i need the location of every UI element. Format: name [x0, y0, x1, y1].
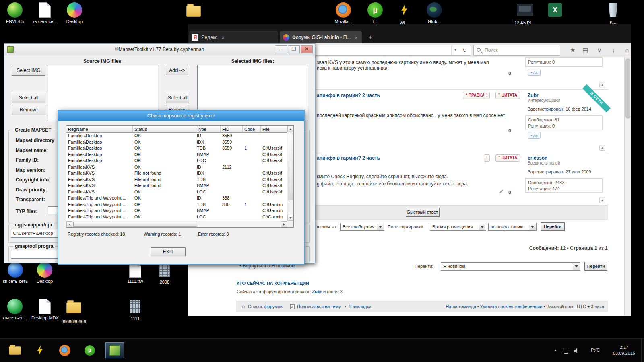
mapsettoolkit-titlebar[interactable]: ©MapsetToolkit v1.77 Beta by cypherman –…	[4, 44, 315, 55]
taskbar-utorrent-button[interactable]: µ	[80, 342, 99, 358]
who-user-link[interactable]: Zubr	[312, 289, 322, 294]
table-row[interactable]: Families\Trip and Waypoint ...OKBMAPC:\G…	[66, 208, 287, 214]
scrollbar-thumb[interactable]	[625, 58, 630, 119]
scroll-right-icon[interactable]	[281, 221, 287, 227]
column-header[interactable]: File	[261, 126, 287, 133]
column-header[interactable]: FID	[221, 126, 243, 133]
scroll-up-icon[interactable]	[287, 126, 293, 132]
desktop-icon-desktop-mid[interactable]: Desktop	[31, 262, 58, 284]
volume-icon[interactable]	[574, 348, 579, 353]
desktop-icon-envi[interactable]: ENVI 4.5	[2, 2, 28, 24]
clock[interactable]: 2:17 03.09.2015	[613, 344, 635, 356]
column-header[interactable]: Status	[133, 126, 195, 133]
scroll-down-icon[interactable]	[287, 215, 293, 221]
desktop-icon-mdx[interactable]: Desktop.MDX	[31, 299, 58, 320]
vertical-scroll-thumb[interactable]	[288, 133, 293, 200]
desktop-icon-utorrent[interactable]: µ T...	[362, 2, 388, 24]
home-icon[interactable]: ⌂	[622, 46, 632, 55]
quick-reply-button[interactable]: Быстрый ответ	[406, 208, 440, 217]
jump-select[interactable]: Я новичок!	[441, 262, 580, 271]
desktop-icon-kv-set-2[interactable]: кв-сеть-сеть	[2, 262, 29, 284]
desktop-icon-2008[interactable]: 2008	[151, 262, 178, 284]
desktop-icon-recycle-bin[interactable]: K...	[600, 2, 626, 25]
remove-source-button[interactable]: Remove	[12, 105, 45, 115]
post2-report-button[interactable]: !	[484, 92, 490, 99]
taskbar-winamp-button[interactable]	[31, 342, 49, 358]
sort-display-select[interactable]: Все сообщения	[340, 223, 384, 231]
maximize-button[interactable]: ❐	[288, 45, 300, 53]
post1-pm-button[interactable]: ●лс	[528, 69, 541, 76]
taskbar-firefox-button[interactable]	[56, 342, 74, 358]
table-row[interactable]: Families\KVSFile not foundIDXC:\Users\f	[66, 170, 287, 177]
table-row[interactable]: Families\DesktopOKBMAPC:\Users\f	[66, 152, 287, 158]
page-scrollbar[interactable]	[624, 57, 631, 316]
table-row[interactable]: Families\KVSOKLOCC:\Users\f	[66, 189, 287, 195]
desktop-icon-image[interactable]: 12 Ab Pi...	[511, 2, 538, 25]
sort-field-select[interactable]: Время размещения	[430, 223, 486, 231]
column-header[interactable]: Code	[243, 126, 261, 133]
table-row[interactable]: Families\Trip and Waypoint ...OKID338	[66, 195, 287, 202]
footer-cookies-link[interactable]: Удалить cookies конференции	[480, 304, 543, 309]
table-row[interactable]: Families\KVSFile not foundTDBC:\Users\f	[66, 177, 287, 183]
taskbar-mapsettoolkit-button[interactable]	[105, 342, 124, 358]
column-header[interactable]: Type	[195, 126, 221, 133]
desktop-icon-desktop-top[interactable]: Desktop	[61, 2, 88, 24]
tab-close-icon[interactable]: ×	[355, 35, 358, 41]
post3-quote-button[interactable]: ” ЦИТАТА	[495, 154, 520, 162]
language-indicator[interactable]: РУС	[591, 348, 600, 352]
desktop-icon-kv-set-3[interactable]: кв-сеть-се...	[2, 299, 28, 320]
select-img-button[interactable]: Select IMG	[12, 66, 45, 76]
show-desktop-button[interactable]	[641, 339, 644, 362]
post3-top-arrow[interactable]: ▲	[599, 197, 605, 203]
footer-team-link[interactable]: Наша команда	[446, 304, 476, 309]
taskbar-explorer-button[interactable]	[6, 342, 24, 358]
desktop-icon-kv-set-1[interactable]: кв-сеть-се...	[31, 2, 58, 24]
column-header[interactable]: RegName	[66, 126, 133, 133]
table-row[interactable]: Families\DesktopOKLOCC:\Users\f	[66, 158, 287, 164]
tab-gis-lab[interactable]: Форумы GIS-Lab.info • П... ×	[280, 31, 362, 43]
desktop-icon-firefox[interactable]: Mozilla...	[330, 2, 357, 24]
post3-report-button[interactable]: !	[484, 154, 490, 162]
table-row[interactable]: Families\DesktopOKID3559	[66, 133, 287, 139]
post2-quote-button[interactable]: ” ЦИТАТА	[495, 92, 520, 99]
table-row[interactable]: Families\DesktopOKTDB35591C:\Users\f	[66, 145, 287, 152]
desktop-icon-globe[interactable]: Glob...	[421, 2, 448, 24]
tab-yandex[interactable]: Я Яндекс ×	[189, 31, 278, 43]
minimize-button[interactable]: –	[275, 45, 287, 53]
footer-bookmark-link[interactable]: В закладки	[349, 304, 371, 309]
post2-pm-button[interactable]: ●лс	[528, 132, 541, 139]
exit-button[interactable]: EXIT	[151, 247, 186, 256]
post2-title-link[interactable]: апинфо в гармин? 2 часть	[317, 93, 380, 98]
post2-username-link[interactable]: Zubr	[528, 93, 539, 98]
table-row[interactable]: Families\DesktopOKIDX3559	[66, 139, 287, 146]
network-icon[interactable]	[563, 348, 569, 352]
registry-table[interactable]: RegName Status Type FID Code File Famili…	[66, 125, 294, 228]
close-button[interactable]: ✕	[301, 45, 313, 53]
add-button[interactable]: Add -->	[166, 66, 188, 75]
bookmark-star-icon[interactable]: ★	[568, 46, 578, 55]
subscribe-checkbox[interactable]: ✓	[290, 304, 295, 309]
table-row[interactable]: Families\KVSOKID2112	[66, 164, 287, 171]
desktop-icon-1111[interactable]: 1111	[122, 299, 149, 321]
table-vertical-scrollbar[interactable]	[287, 126, 293, 221]
post1-top-arrow[interactable]: ▲	[599, 82, 605, 88]
bookmarks-panel-icon[interactable]: ▤	[580, 46, 590, 55]
sort-order-select[interactable]: по возрастанию	[488, 223, 537, 231]
desktop-icon-tfw[interactable]: 1111.tfw	[122, 262, 149, 284]
tray-expand-icon[interactable]: ▲	[554, 348, 557, 352]
dialog-title[interactable]: Check mapsource registry error	[58, 111, 304, 121]
reload-icon[interactable]: ↻	[460, 46, 469, 55]
desktop-icon-excel[interactable]: X	[542, 2, 568, 25]
select-all-source-button[interactable]: Select all	[12, 93, 45, 103]
scroll-left-icon[interactable]	[66, 221, 72, 227]
desktop-icon-folder-6[interactable]: 6666666666	[60, 299, 87, 324]
new-tab-button[interactable]: +	[365, 32, 376, 43]
post2-top-arrow[interactable]: ▲	[599, 145, 605, 151]
table-row[interactable]: Families\Trip and Waypoint ...OKTDB3381C…	[66, 202, 287, 208]
horizontal-scroll-thumb[interactable]	[73, 222, 197, 227]
desktop-icon-winamp[interactable]: Wi...	[391, 2, 417, 25]
table-row[interactable]: Families\Trip and Waypoint ...OKLOCC:\Ga…	[66, 214, 287, 220]
post3-title-link[interactable]: апинфо в гармин? 2 часть	[317, 155, 380, 161]
tab-close-icon[interactable]: ×	[221, 35, 225, 41]
sort-go-button[interactable]: Перейти	[541, 222, 565, 231]
